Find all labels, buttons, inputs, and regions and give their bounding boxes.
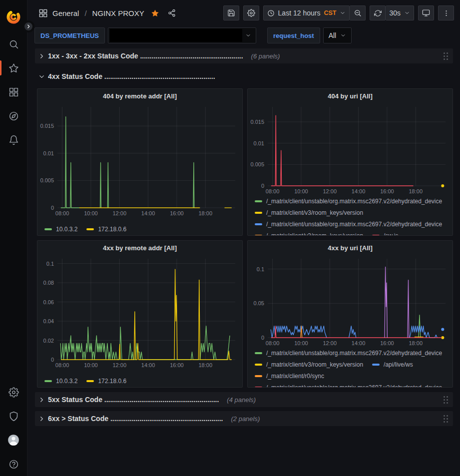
legend-item[interactable]: /_matrix/client/v3/room_keys/version <box>255 361 363 369</box>
legend-item[interactable]: /sw.js <box>372 232 398 235</box>
sidebar-item-profile[interactable] <box>0 428 27 452</box>
refresh-button[interactable] <box>370 5 386 20</box>
x-tick-label: 18:00 <box>409 188 423 194</box>
x-tick-label: 14:00 <box>352 188 366 194</box>
apps-grid-icon <box>38 8 48 18</box>
x-tick-label: 08:00 <box>266 340 280 346</box>
chevron-down-icon <box>404 10 410 16</box>
legend-label: 10.0.3.2 <box>56 377 77 385</box>
row-panel-count: (4 panels) <box>227 396 256 404</box>
y-tick-label: 0.015 <box>250 119 264 125</box>
monitor-icon <box>422 9 430 17</box>
row-5xx-status-code[interactable]: 5xx Status Code ........................… <box>35 392 453 407</box>
time-series-chart[interactable]: 08:0010:0012:0014:0016:0018:0000.0050.01… <box>248 103 453 196</box>
x-tick-label: 18:00 <box>199 362 213 368</box>
dashboard-menu-button[interactable] <box>438 5 454 20</box>
chevron-right-icon <box>38 396 45 404</box>
chevron-right-icon <box>38 52 45 60</box>
time-series-chart[interactable]: 08:0010:0012:0014:0016:0018:0000.050.1 <box>248 255 453 348</box>
dashboard-settings-button[interactable] <box>243 5 259 20</box>
search-icon <box>8 39 19 49</box>
panel-title[interactable]: 4xx by remote addr [All] <box>37 241 242 255</box>
row-panel-count: (6 panels) <box>251 52 280 60</box>
legend-label: /_matrix/client/unstable/org.matrix.msc2… <box>266 384 442 387</box>
panel-404-by-remote-addr: 404 by remote addr [All] 08:0010:0012:00… <box>37 88 243 236</box>
legend-label: /api/live/ws <box>384 361 413 369</box>
sidebar-item-dashboards[interactable] <box>0 80 27 104</box>
row-6xx-status-code[interactable]: 6xx > Status Code ......................… <box>35 411 453 426</box>
variable-value-ds-prometheus[interactable] <box>108 27 256 43</box>
zoom-out-time-button[interactable] <box>350 5 366 20</box>
sidebar-item-help[interactable] <box>0 452 27 476</box>
refresh-icon <box>374 9 382 17</box>
x-tick-label: 12:00 <box>323 188 337 194</box>
gear-icon <box>8 387 19 398</box>
x-tick-label: 10:00 <box>84 362 98 368</box>
legend-item[interactable]: 172.18.0.6 <box>86 375 126 387</box>
timezone-label: CST <box>324 9 336 16</box>
clock-icon <box>267 9 275 17</box>
legend-label: 172.18.0.6 <box>98 225 126 233</box>
row-drag-handle[interactable] <box>444 415 448 423</box>
y-tick-label: 0.05 <box>254 300 264 306</box>
x-tick-label: 14:00 <box>141 210 155 216</box>
legend-item[interactable]: /_matrix/client/v3/room_keys/version <box>255 209 363 217</box>
sidebar <box>0 0 27 476</box>
x-tick-label: 18:00 <box>409 340 423 346</box>
legend-item[interactable]: /_matrix/client/r0/sync <box>255 372 324 380</box>
legend-item[interactable]: 10.0.3.2 <box>44 375 77 387</box>
panel-title[interactable]: 404 by remote addr [All] <box>37 89 242 103</box>
legend-item[interactable]: /_matrix/client/unstable/org.matrix.msc2… <box>255 384 442 387</box>
save-icon <box>227 9 235 17</box>
row-4xx-status-code[interactable]: 4xx Status Code ........................… <box>35 69 453 84</box>
legend-swatch <box>372 364 380 366</box>
y-tick-label: 0.02 <box>43 338 54 344</box>
time-range-label: Last 12 hours <box>278 9 321 17</box>
variable-value-request-host[interactable]: All <box>323 27 352 43</box>
refresh-interval-picker[interactable]: 30s <box>386 5 414 20</box>
chart-canvas[interactable]: 08:0010:0012:0014:0016:0018:0000.020.040… <box>37 255 242 370</box>
tv-mode-button[interactable] <box>418 5 434 20</box>
favorite-star-button[interactable] <box>149 7 161 19</box>
chart-canvas[interactable]: 08:0010:0012:0014:0016:0018:0000.050.1 <box>248 255 453 348</box>
y-tick-label: 0.005 <box>250 161 264 167</box>
variable-label-request-host[interactable]: request_host <box>267 27 320 43</box>
sidebar-item-search[interactable] <box>0 32 27 56</box>
save-dashboard-button[interactable] <box>223 5 239 20</box>
time-series-chart[interactable]: 08:0010:0012:0014:0016:0018:0000.0050.01… <box>37 103 242 219</box>
variable-label-ds-prometheus[interactable]: DS_PROMETHEUS <box>34 27 105 43</box>
sidebar-item-starred[interactable] <box>0 56 27 80</box>
chart-canvas[interactable]: 08:0010:0012:0014:0016:0018:0000.0050.01… <box>248 103 453 196</box>
legend-label: /_matrix/client/v3/room_keys/version <box>266 361 363 369</box>
y-tick-label: 0.04 <box>43 318 54 324</box>
panel-title[interactable]: 4xx by uri [All] <box>248 241 453 255</box>
y-tick-label: 0.01 <box>43 150 54 156</box>
series-end-dot <box>441 184 444 187</box>
row-drag-handle[interactable] <box>444 396 448 404</box>
legend-item[interactable]: /api/live/ws <box>372 361 413 369</box>
redacted-value <box>110 29 242 42</box>
legend-item[interactable]: /_matrix/client/unstable/org.matrix.msc2… <box>255 197 442 205</box>
x-tick-label: 18:00 <box>199 210 213 216</box>
breadcrumb-folder[interactable]: General <box>52 9 79 17</box>
sidebar-item-server-admin[interactable] <box>0 404 27 428</box>
time-range-picker[interactable]: Last 12 hours CST <box>263 5 350 20</box>
legend-item[interactable]: 172.18.0.6 <box>86 223 126 235</box>
share-dashboard-button[interactable] <box>166 7 178 19</box>
sidebar-item-alerting[interactable] <box>0 128 27 152</box>
sidebar-expand-button[interactable] <box>22 20 34 32</box>
legend-item[interactable]: /_matrix/client/unstable/org.matrix.msc2… <box>255 220 442 228</box>
legend-item[interactable]: /_matrix/client/v3/room_keys/version <box>255 232 363 235</box>
row-1xx-3xx-2xx-status-code[interactable]: 1xx - 3xx - 2xx Status Code ............… <box>35 48 453 63</box>
chart-canvas[interactable]: 08:0010:0012:0014:0016:0018:0000.0050.01… <box>37 103 242 218</box>
row-drag-handle[interactable] <box>444 52 448 60</box>
x-tick-label: 10:00 <box>294 188 308 194</box>
sidebar-item-explore[interactable] <box>0 104 27 128</box>
time-series-chart[interactable]: 08:0010:0012:0014:0016:0018:0000.020.040… <box>37 255 242 371</box>
y-tick-label: 0.1 <box>46 261 54 267</box>
sidebar-item-configuration[interactable] <box>0 380 27 404</box>
legend-item[interactable]: 10.0.3.2 <box>44 223 77 235</box>
panel-title[interactable]: 404 by uri [All] <box>248 89 453 103</box>
dashboard-title[interactable]: NGINX PROXY <box>92 9 144 17</box>
legend-item[interactable]: /_matrix/client/unstable/org.matrix.msc2… <box>255 349 442 357</box>
